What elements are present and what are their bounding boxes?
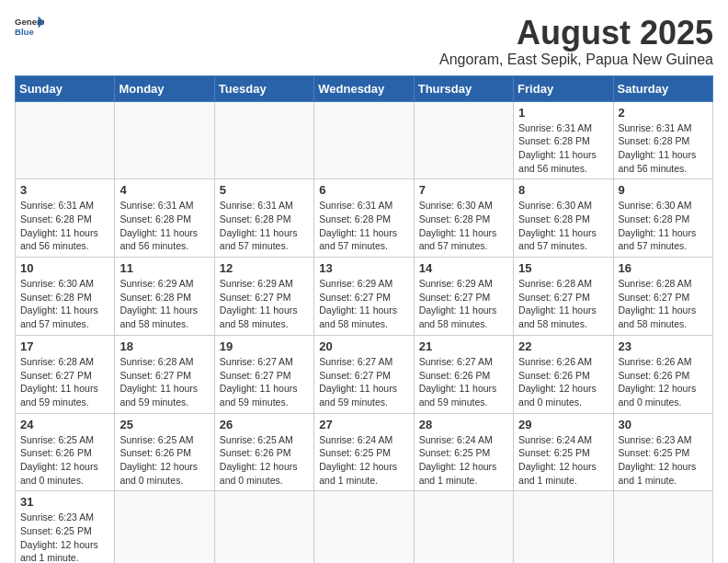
day-number: 27 <box>319 418 408 431</box>
calendar-cell <box>214 491 313 563</box>
day-number: 10 <box>20 261 109 275</box>
calendar-week-row: 10Sunrise: 6:30 AM Sunset: 6:28 PM Dayli… <box>16 258 713 336</box>
day-info: Sunrise: 6:31 AM Sunset: 6:28 PM Dayligh… <box>319 199 408 253</box>
calendar-cell: 19Sunrise: 6:27 AM Sunset: 6:27 PM Dayli… <box>214 335 313 413</box>
day-info: Sunrise: 6:28 AM Sunset: 6:27 PM Dayligh… <box>119 355 209 409</box>
day-number: 25 <box>119 418 209 431</box>
day-info: Sunrise: 6:31 AM Sunset: 6:28 PM Dayligh… <box>20 199 109 253</box>
calendar-cell: 15Sunrise: 6:28 AM Sunset: 6:27 PM Dayli… <box>514 258 613 336</box>
day-number: 21 <box>419 339 508 353</box>
day-info: Sunrise: 6:25 AM Sunset: 6:26 PM Dayligh… <box>119 433 209 488</box>
month-year-title: August 2025 <box>439 15 713 52</box>
day-info: Sunrise: 6:24 AM Sunset: 6:25 PM Dayligh… <box>518 433 608 488</box>
day-info: Sunrise: 6:27 AM Sunset: 6:27 PM Dayligh… <box>319 355 408 409</box>
day-info: Sunrise: 6:29 AM Sunset: 6:28 PM Dayligh… <box>119 277 209 331</box>
title-block: August 2025 Angoram, East Sepik, Papua N… <box>439 15 713 68</box>
calendar-cell: 25Sunrise: 6:25 AM Sunset: 6:26 PM Dayli… <box>115 413 214 491</box>
day-info: Sunrise: 6:28 AM Sunset: 6:27 PM Dayligh… <box>619 277 708 331</box>
calendar-cell: 18Sunrise: 6:28 AM Sunset: 6:27 PM Dayli… <box>115 335 214 413</box>
day-info: Sunrise: 6:31 AM Sunset: 6:28 PM Dayligh… <box>619 121 708 176</box>
calendar-cell: 1Sunrise: 6:31 AM Sunset: 6:28 PM Daylig… <box>514 101 613 179</box>
calendar-cell: 17Sunrise: 6:28 AM Sunset: 6:27 PM Dayli… <box>16 335 115 413</box>
day-number: 16 <box>619 261 708 275</box>
calendar-cell <box>16 101 115 179</box>
day-info: Sunrise: 6:29 AM Sunset: 6:27 PM Dayligh… <box>419 277 508 331</box>
svg-text:Blue: Blue <box>15 27 34 37</box>
calendar-cell: 24Sunrise: 6:25 AM Sunset: 6:26 PM Dayli… <box>16 413 115 491</box>
day-number: 19 <box>220 339 309 353</box>
calendar-table: SundayMondayTuesdayWednesdayThursdayFrid… <box>15 75 713 563</box>
column-header-monday: Monday <box>115 75 214 101</box>
generalblue-logo-icon: General Blue <box>15 15 44 40</box>
calendar-cell: 13Sunrise: 6:29 AM Sunset: 6:27 PM Dayli… <box>314 258 414 336</box>
calendar-cell: 20Sunrise: 6:27 AM Sunset: 6:27 PM Dayli… <box>314 335 414 413</box>
calendar-cell: 23Sunrise: 6:26 AM Sunset: 6:26 PM Dayli… <box>613 335 712 413</box>
day-number: 22 <box>518 339 608 353</box>
calendar-week-row: 1Sunrise: 6:31 AM Sunset: 6:28 PM Daylig… <box>16 101 713 179</box>
calendar-cell <box>414 491 513 563</box>
day-info: Sunrise: 6:30 AM Sunset: 6:28 PM Dayligh… <box>518 199 608 253</box>
day-number: 28 <box>419 418 508 431</box>
calendar-cell: 10Sunrise: 6:30 AM Sunset: 6:28 PM Dayli… <box>16 258 115 336</box>
calendar-cell <box>414 101 513 179</box>
calendar-cell: 3Sunrise: 6:31 AM Sunset: 6:28 PM Daylig… <box>16 179 115 258</box>
calendar-header-row: SundayMondayTuesdayWednesdayThursdayFrid… <box>16 75 713 101</box>
calendar-cell <box>214 101 313 179</box>
column-header-tuesday: Tuesday <box>214 75 313 101</box>
column-header-saturday: Saturday <box>613 75 712 101</box>
column-header-thursday: Thursday <box>414 75 513 101</box>
calendar-cell: 6Sunrise: 6:31 AM Sunset: 6:28 PM Daylig… <box>314 179 414 258</box>
day-number: 8 <box>518 183 608 197</box>
column-header-friday: Friday <box>514 75 613 101</box>
day-number: 7 <box>419 183 508 197</box>
calendar-cell: 30Sunrise: 6:23 AM Sunset: 6:25 PM Dayli… <box>613 413 712 491</box>
day-number: 13 <box>319 261 408 275</box>
day-number: 29 <box>518 418 608 431</box>
day-number: 17 <box>20 339 109 353</box>
calendar-cell: 22Sunrise: 6:26 AM Sunset: 6:26 PM Dayli… <box>514 335 613 413</box>
day-info: Sunrise: 6:28 AM Sunset: 6:27 PM Dayligh… <box>518 277 608 331</box>
day-number: 2 <box>619 106 708 120</box>
day-info: Sunrise: 6:29 AM Sunset: 6:27 PM Dayligh… <box>319 277 408 331</box>
day-number: 6 <box>319 183 408 197</box>
day-number: 23 <box>619 339 708 353</box>
calendar-cell: 14Sunrise: 6:29 AM Sunset: 6:27 PM Dayli… <box>414 258 513 336</box>
day-number: 31 <box>20 495 109 509</box>
day-info: Sunrise: 6:31 AM Sunset: 6:28 PM Dayligh… <box>518 121 608 176</box>
day-number: 12 <box>220 261 309 275</box>
calendar-cell: 4Sunrise: 6:31 AM Sunset: 6:28 PM Daylig… <box>115 179 214 258</box>
calendar-cell <box>115 491 214 563</box>
day-info: Sunrise: 6:30 AM Sunset: 6:28 PM Dayligh… <box>20 277 109 331</box>
calendar-cell: 12Sunrise: 6:29 AM Sunset: 6:27 PM Dayli… <box>214 258 313 336</box>
calendar-cell: 31Sunrise: 6:23 AM Sunset: 6:25 PM Dayli… <box>16 491 115 563</box>
day-info: Sunrise: 6:28 AM Sunset: 6:27 PM Dayligh… <box>20 355 109 409</box>
calendar-cell: 11Sunrise: 6:29 AM Sunset: 6:28 PM Dayli… <box>115 258 214 336</box>
day-number: 9 <box>619 183 708 197</box>
day-info: Sunrise: 6:31 AM Sunset: 6:28 PM Dayligh… <box>119 199 209 253</box>
page-header: General Blue August 2025 Angoram, East S… <box>15 15 713 68</box>
day-number: 3 <box>20 183 109 197</box>
calendar-week-row: 24Sunrise: 6:25 AM Sunset: 6:26 PM Dayli… <box>16 413 713 491</box>
calendar-week-row: 3Sunrise: 6:31 AM Sunset: 6:28 PM Daylig… <box>16 179 713 258</box>
day-number: 20 <box>319 339 408 353</box>
calendar-cell: 7Sunrise: 6:30 AM Sunset: 6:28 PM Daylig… <box>414 179 513 258</box>
day-info: Sunrise: 6:30 AM Sunset: 6:28 PM Dayligh… <box>619 199 708 253</box>
day-info: Sunrise: 6:23 AM Sunset: 6:25 PM Dayligh… <box>619 433 708 488</box>
day-number: 30 <box>619 418 708 431</box>
day-info: Sunrise: 6:23 AM Sunset: 6:25 PM Dayligh… <box>20 511 109 563</box>
calendar-cell: 29Sunrise: 6:24 AM Sunset: 6:25 PM Dayli… <box>514 413 613 491</box>
day-info: Sunrise: 6:25 AM Sunset: 6:26 PM Dayligh… <box>220 433 309 488</box>
day-number: 11 <box>119 261 209 275</box>
column-header-wednesday: Wednesday <box>314 75 414 101</box>
day-info: Sunrise: 6:24 AM Sunset: 6:25 PM Dayligh… <box>319 433 408 488</box>
day-info: Sunrise: 6:31 AM Sunset: 6:28 PM Dayligh… <box>220 199 309 253</box>
calendar-cell: 5Sunrise: 6:31 AM Sunset: 6:28 PM Daylig… <box>214 179 313 258</box>
day-number: 15 <box>518 261 608 275</box>
calendar-cell: 26Sunrise: 6:25 AM Sunset: 6:26 PM Dayli… <box>214 413 313 491</box>
calendar-cell: 28Sunrise: 6:24 AM Sunset: 6:25 PM Dayli… <box>414 413 513 491</box>
calendar-cell: 21Sunrise: 6:27 AM Sunset: 6:26 PM Dayli… <box>414 335 513 413</box>
day-number: 5 <box>220 183 309 197</box>
calendar-week-row: 31Sunrise: 6:23 AM Sunset: 6:25 PM Dayli… <box>16 491 713 563</box>
calendar-cell: 27Sunrise: 6:24 AM Sunset: 6:25 PM Dayli… <box>314 413 414 491</box>
calendar-week-row: 17Sunrise: 6:28 AM Sunset: 6:27 PM Dayli… <box>16 335 713 413</box>
